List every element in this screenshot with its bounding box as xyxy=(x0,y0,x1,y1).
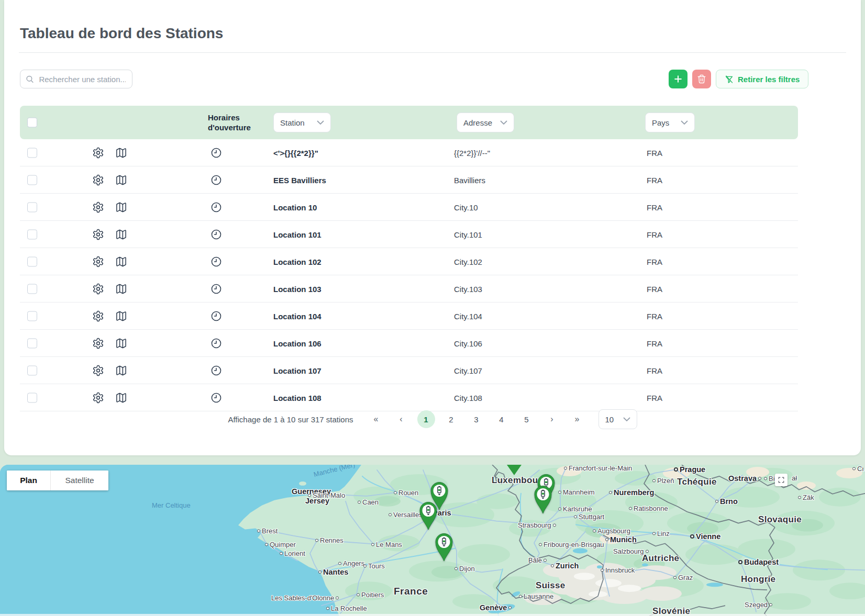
show-on-map-button[interactable] xyxy=(115,255,127,267)
map-label: Tours xyxy=(363,562,385,570)
settings-button[interactable] xyxy=(92,174,104,186)
search-input[interactable] xyxy=(38,74,127,84)
remove-filters-label: Retirer les filtres xyxy=(738,75,800,84)
row-checkbox[interactable] xyxy=(27,311,37,321)
row-checkbox[interactable] xyxy=(27,365,37,375)
settings-button[interactable] xyxy=(92,391,104,404)
map-label: Versailles xyxy=(389,511,423,519)
settings-button[interactable] xyxy=(92,255,104,267)
station-marker-partial[interactable] xyxy=(507,465,522,475)
row-checkbox[interactable] xyxy=(27,284,37,294)
row-checkbox[interactable] xyxy=(27,393,37,402)
delete-station-button[interactable] xyxy=(692,70,711,88)
table-row: Location 103 City.103 FRA xyxy=(20,275,798,303)
table-row: EES Bavilliers Bavilliers FRA xyxy=(20,166,798,194)
show-on-map-button[interactable] xyxy=(115,337,127,349)
page-1-button[interactable]: 1 xyxy=(417,410,435,428)
show-on-map-button[interactable] xyxy=(115,201,127,213)
row-checkbox[interactable] xyxy=(27,202,37,212)
settings-button[interactable] xyxy=(92,337,104,349)
folded-map-icon xyxy=(115,337,127,349)
map-label: Saint-Malo xyxy=(308,491,345,499)
show-on-map-button[interactable] xyxy=(115,391,127,404)
map-label: Vienne xyxy=(690,532,720,541)
table-row: Location 106 City.106 FRA xyxy=(20,330,798,357)
table-row: Location 10 City.10 FRA xyxy=(20,194,798,221)
station-search[interactable] xyxy=(20,70,132,88)
clock-icon xyxy=(210,338,222,349)
map-type-satellite-button[interactable]: Satellite xyxy=(51,471,108,490)
map-label: Mer Celtique xyxy=(152,501,191,509)
table-row: Location 107 City.107 FRA xyxy=(20,357,798,384)
remove-filters-button[interactable]: Retirer les filtres xyxy=(716,70,808,88)
pays-filter-label: Pays xyxy=(652,118,669,127)
gear-icon xyxy=(92,391,104,404)
pays-filter-dropdown[interactable]: Pays xyxy=(645,113,695,132)
clock-icon xyxy=(210,174,222,186)
page-3-button[interactable]: 3 xyxy=(468,410,485,428)
adresse-filter-dropdown[interactable]: Adresse xyxy=(457,113,514,132)
settings-button[interactable] xyxy=(92,228,104,240)
opening-hours-button[interactable] xyxy=(210,283,222,295)
show-on-map-button[interactable] xyxy=(115,283,127,295)
show-on-map-button[interactable] xyxy=(115,147,127,159)
folded-map-icon xyxy=(115,228,127,240)
show-on-map-button[interactable] xyxy=(115,364,127,376)
station-marker[interactable] xyxy=(419,501,438,531)
first-page-button[interactable]: « xyxy=(367,410,385,428)
select-all-checkbox[interactable] xyxy=(27,118,37,128)
opening-hours-button[interactable] xyxy=(210,201,222,213)
opening-hours-button[interactable] xyxy=(210,256,222,267)
row-checkbox[interactable] xyxy=(27,338,37,348)
opening-hours-button[interactable] xyxy=(210,310,222,322)
settings-button[interactable] xyxy=(92,201,104,213)
map-label: Nuremberg xyxy=(609,488,654,497)
map-label: Karlsruhe xyxy=(558,505,592,513)
map-label: Slovaquie xyxy=(758,514,802,525)
page-size-select[interactable]: 10 xyxy=(598,409,637,429)
page-4-button[interactable]: 4 xyxy=(493,410,511,428)
map-label: France xyxy=(394,586,428,597)
chevron-down-icon xyxy=(317,120,324,125)
settings-button[interactable] xyxy=(92,283,104,295)
next-page-button[interactable]: › xyxy=(543,410,561,428)
settings-button[interactable] xyxy=(92,147,104,159)
row-checkbox[interactable] xyxy=(27,256,37,266)
show-on-map-button[interactable] xyxy=(115,228,127,240)
map[interactable]: Manche (Mer)Mer CeltiqueGuerneseyJerseyS… xyxy=(0,465,865,616)
opening-hours-button[interactable] xyxy=(210,174,222,186)
folded-map-icon xyxy=(115,283,127,295)
station-filter-dropdown[interactable]: Station xyxy=(273,113,331,132)
opening-hours-button[interactable] xyxy=(210,229,222,240)
opening-hours-button[interactable] xyxy=(210,365,222,376)
map-type-plan-button[interactable]: Plan xyxy=(7,471,51,490)
opening-hours-button[interactable] xyxy=(210,338,222,349)
station-address: City.103 xyxy=(454,284,482,293)
station-address: City.102 xyxy=(454,257,482,266)
opening-hours-button[interactable] xyxy=(210,392,222,404)
page-5-button[interactable]: 5 xyxy=(518,410,536,428)
row-checkbox[interactable] xyxy=(27,229,37,239)
page-2-button[interactable]: 2 xyxy=(442,410,460,428)
prev-page-button[interactable]: ‹ xyxy=(392,410,410,428)
last-page-button[interactable]: » xyxy=(568,410,586,428)
folded-map-icon xyxy=(115,391,127,404)
station-marker[interactable] xyxy=(435,533,453,562)
settings-button[interactable] xyxy=(92,364,104,376)
row-checkbox[interactable] xyxy=(27,148,37,158)
gear-icon xyxy=(92,228,104,240)
row-checkbox[interactable] xyxy=(27,175,37,185)
add-station-button[interactable] xyxy=(669,70,687,88)
pagination: Affichage de 1 à 10 sur 317 stations « ‹… xyxy=(4,409,861,429)
chevron-down-icon xyxy=(681,120,688,125)
gear-icon xyxy=(92,364,104,376)
show-on-map-button[interactable] xyxy=(115,174,127,186)
station-marker[interactable] xyxy=(534,485,552,514)
table-row: Location 101 City.101 FRA xyxy=(20,221,798,248)
map-label: La Rochelle xyxy=(326,604,367,612)
gear-icon xyxy=(92,147,104,159)
show-on-map-button[interactable] xyxy=(115,310,127,322)
fullscreen-button[interactable] xyxy=(775,474,788,486)
opening-hours-button[interactable] xyxy=(210,147,222,159)
settings-button[interactable] xyxy=(92,310,104,322)
